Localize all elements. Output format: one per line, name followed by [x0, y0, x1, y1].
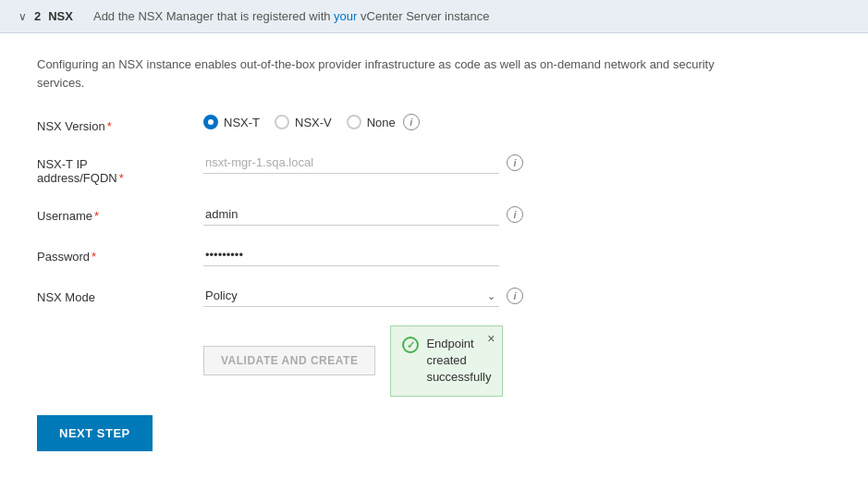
- radio-none-label: None: [367, 116, 396, 129]
- radio-none-circle[interactable]: [347, 115, 361, 129]
- radio-nsx-t[interactable]: NSX-T: [203, 115, 260, 129]
- next-step-button[interactable]: NEXT STEP: [37, 415, 153, 451]
- nsxt-ip-row: NSX-T IP address/FQDN* i: [37, 152, 831, 185]
- success-toast: Endpoint created successfully ×: [390, 325, 503, 397]
- nsx-mode-row: NSX Mode Policy Manager ⌄ i: [37, 285, 831, 307]
- nsx-version-info-icon[interactable]: i: [403, 114, 420, 130]
- description-highlight: your: [334, 9, 357, 23]
- password-input[interactable]: [203, 244, 499, 266]
- username-required: *: [94, 209, 99, 223]
- nsx-mode-info-icon[interactable]: i: [507, 288, 523, 304]
- radio-nsx-v[interactable]: NSX-V: [275, 115, 332, 129]
- nsx-form: NSX Version* NSX-T NSX-V None: [37, 114, 831, 397]
- nsxt-ip-controls: i: [203, 152, 831, 174]
- nsxt-ip-info-icon[interactable]: i: [507, 154, 523, 171]
- step-description: Add the NSX Manager that is registered w…: [93, 9, 490, 23]
- password-label: Password*: [37, 244, 185, 264]
- nsx-mode-controls: Policy Manager ⌄ i: [203, 285, 831, 307]
- radio-nsx-v-label: NSX-V: [295, 116, 332, 129]
- radio-nsx-t-label: NSX-T: [224, 116, 260, 129]
- nsxt-ip-required: *: [119, 171, 124, 185]
- nsx-mode-select-wrapper: Policy Manager ⌄: [203, 285, 499, 307]
- password-required: *: [92, 250, 96, 264]
- chevron-icon: ∨: [18, 10, 27, 23]
- radio-nsx-v-circle[interactable]: [275, 115, 289, 129]
- nsx-version-required: *: [107, 119, 112, 133]
- nsx-version-label: NSX Version*: [37, 114, 185, 133]
- password-controls: [203, 244, 831, 266]
- success-icon: [402, 337, 419, 353]
- nsx-version-row: NSX Version* NSX-T NSX-V None: [37, 114, 831, 133]
- username-label: Username*: [37, 203, 185, 223]
- step-name: NSX: [48, 9, 73, 23]
- step-number: 2: [34, 9, 41, 23]
- content-area: Configuring an NSX instance enables out-…: [0, 33, 868, 473]
- nsx-mode-label: NSX Mode: [37, 285, 185, 304]
- success-message: Endpoint created successfully: [426, 336, 491, 387]
- nsx-version-radio-group: NSX-T NSX-V None: [203, 115, 396, 129]
- nsxt-ip-input[interactable]: [203, 152, 499, 174]
- description-text-part1: Add the NSX Manager that is registered w…: [93, 9, 334, 23]
- username-input[interactable]: [203, 203, 499, 226]
- validate-create-button[interactable]: VALIDATE AND CREATE: [203, 346, 375, 375]
- intro-description: Configuring an NSX instance enables out-…: [37, 55, 730, 92]
- username-row: Username* i: [37, 203, 831, 226]
- radio-nsx-t-circle[interactable]: [203, 115, 218, 129]
- action-row: VALIDATE AND CREATE Endpoint created suc…: [203, 325, 831, 397]
- username-info-icon[interactable]: i: [507, 206, 523, 223]
- nsxt-ip-label: NSX-T IP address/FQDN*: [37, 152, 185, 185]
- step-indicator: ∨ 2 NSX: [18, 9, 73, 23]
- radio-none[interactable]: None: [347, 115, 396, 129]
- step-header: ∨ 2 NSX Add the NSX Manager that is regi…: [0, 0, 868, 33]
- close-toast-button[interactable]: ×: [487, 332, 495, 345]
- description-text-part2: vCenter Server instance: [357, 9, 489, 23]
- username-controls: i: [203, 203, 831, 226]
- password-row: Password*: [37, 244, 831, 266]
- nsx-mode-select[interactable]: Policy Manager: [203, 285, 499, 307]
- nsx-version-controls: NSX-T NSX-V None i: [203, 114, 831, 130]
